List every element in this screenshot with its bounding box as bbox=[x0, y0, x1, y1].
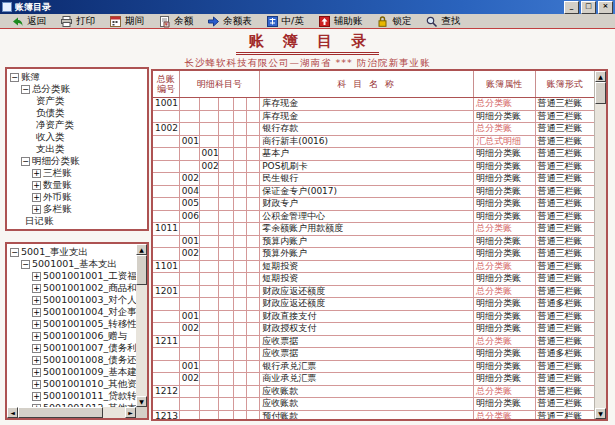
collapse-icon[interactable]: − bbox=[21, 260, 30, 269]
expand-icon[interactable]: + bbox=[32, 368, 41, 377]
collapse-icon[interactable]: − bbox=[10, 248, 19, 257]
tree-item[interactable]: 净资产类 bbox=[7, 119, 147, 131]
toolbar-button-余额[interactable]: ¥余额 bbox=[151, 14, 200, 28]
expand-icon[interactable]: + bbox=[32, 193, 41, 202]
scroll-down-icon[interactable]: ▼ bbox=[595, 408, 606, 419]
restore-button[interactable]: □ bbox=[581, 1, 596, 14]
tree-item[interactable]: +三栏账 bbox=[7, 167, 147, 179]
table-row[interactable]: 002民生银行明细分类账普通三栏账 bbox=[153, 173, 594, 186]
tree-item[interactable]: +5001001007_债务利息支 bbox=[7, 342, 136, 354]
table-row[interactable]: 1002银行存款总分类账普通三栏账 bbox=[153, 123, 594, 136]
expand-icon[interactable]: + bbox=[32, 205, 41, 214]
toolbar-button-期间[interactable]: 期间 bbox=[102, 14, 151, 28]
expand-icon[interactable]: + bbox=[32, 169, 41, 178]
scroll-up-icon[interactable]: ▲ bbox=[595, 71, 606, 82]
toolbar-button-余额表[interactable]: 余额表 bbox=[200, 14, 259, 28]
table-row[interactable]: 1101短期投资总分类账普通三栏账 bbox=[153, 261, 594, 274]
tree-item[interactable]: +5001001011_贷款转贷及 bbox=[7, 390, 136, 402]
expand-icon[interactable]: + bbox=[32, 356, 41, 365]
table-row[interactable]: 1211应收票据总分类账普通三栏账 bbox=[153, 336, 594, 349]
table-row[interactable]: 002预算外账户明细分类账普通三栏账 bbox=[153, 248, 594, 261]
toolbar-button-辅助账[interactable]: 辅助账 bbox=[311, 14, 370, 28]
expand-icon[interactable]: + bbox=[32, 308, 41, 317]
tree-item[interactable]: 资产类 bbox=[7, 95, 147, 107]
expand-icon[interactable]: + bbox=[32, 284, 41, 293]
scroll-up-icon[interactable]: ▲ bbox=[136, 244, 147, 255]
tree-item[interactable]: 日记账 bbox=[7, 215, 147, 227]
tree-item[interactable]: 收入类 bbox=[7, 131, 147, 143]
expand-icon[interactable]: + bbox=[32, 380, 41, 389]
tree-item[interactable]: +5001001009_基本建设支 bbox=[7, 366, 136, 378]
tree-item[interactable]: +5001001006_赠与 bbox=[7, 330, 136, 342]
tree-item-label: 5001001_基本支出 bbox=[32, 258, 117, 270]
table-row[interactable]: 应收票据明细分类账普通多栏账 bbox=[153, 348, 594, 361]
table-row[interactable]: 004保证金专户(0017)明细分类账普通三栏账 bbox=[153, 186, 594, 199]
collapse-icon[interactable]: − bbox=[10, 73, 19, 82]
tree-item[interactable]: +5001001010_其他资本性 bbox=[7, 378, 136, 390]
toolbar-button-锁定[interactable]: 锁定 bbox=[369, 14, 418, 28]
tree-item[interactable]: +5001001001_工资福利支 bbox=[7, 270, 136, 282]
tree-item[interactable]: 支出类 bbox=[7, 143, 147, 155]
table-row[interactable]: 006公积金管理中心明细分类账普通三栏账 bbox=[153, 211, 594, 224]
table-row[interactable]: 1212应收账款总分类账普通三栏账 bbox=[153, 386, 594, 399]
table-row[interactable]: 001商行新丰(0016)汇总式明细普通三栏账 bbox=[153, 136, 594, 149]
scroll-left-icon[interactable]: ◄ bbox=[7, 407, 18, 418]
tree-item[interactable]: +5001001005_转移性支出 bbox=[7, 318, 136, 330]
expand-icon[interactable]: + bbox=[32, 296, 41, 305]
expand-icon[interactable]: + bbox=[32, 272, 41, 281]
tree-item[interactable]: 负债类 bbox=[7, 107, 147, 119]
table-vertical-scrollbar[interactable]: ▲ ▼ bbox=[594, 71, 606, 419]
tree-item[interactable]: −总分类账 bbox=[7, 83, 147, 95]
toolbar-button-中/英[interactable]: 中/英 bbox=[259, 14, 311, 28]
expand-icon[interactable]: + bbox=[32, 320, 41, 329]
table-row[interactable]: 1001库存现金总分类账普通三栏账 bbox=[153, 98, 594, 111]
table-row[interactable]: 001银行承兑汇票明细分类账普通三栏账 bbox=[153, 361, 594, 374]
scrollbar-thumb[interactable] bbox=[18, 407, 103, 418]
toolbar-button-打印[interactable]: 打印 bbox=[53, 14, 102, 28]
table-cell: 普通三栏账 bbox=[536, 211, 594, 223]
table-row[interactable]: 002商业承兑汇票明细分类账普通三栏账 bbox=[153, 373, 594, 386]
collapse-icon[interactable]: − bbox=[21, 157, 30, 166]
expand-icon[interactable]: + bbox=[32, 332, 41, 341]
table-row[interactable]: 001财政直接支付明细分类账普通三栏账 bbox=[153, 311, 594, 324]
scroll-right-icon[interactable]: ► bbox=[125, 407, 136, 418]
table-row[interactable]: 1011零余额账户用款额度总分类账普通三栏账 bbox=[153, 223, 594, 236]
table-row[interactable]: 1201财政应返还额度总分类账普通三栏账 bbox=[153, 286, 594, 299]
expand-icon[interactable]: + bbox=[32, 344, 41, 353]
tree-item[interactable]: +5001001008_债务还本支 bbox=[7, 354, 136, 366]
tree-item[interactable]: +数量账 bbox=[7, 179, 147, 191]
tree-item[interactable]: −5001001_基本支出 bbox=[7, 258, 136, 270]
toolbar-button-查找[interactable]: 查找 bbox=[418, 14, 467, 28]
tree-item[interactable]: −5001_事业支出 bbox=[7, 246, 136, 258]
tree-item-label: 负债类 bbox=[36, 107, 65, 119]
tree-item[interactable]: +5001001004_对企事业单 bbox=[7, 306, 136, 318]
scrollbar-thumb[interactable] bbox=[595, 82, 606, 104]
table-row[interactable]: 002POS机刷卡明细分类账普通三栏账 bbox=[153, 161, 594, 174]
subject-tree-horizontal-scrollbar[interactable]: ◄ ► bbox=[7, 407, 136, 418]
tree-item[interactable]: −账簿 bbox=[7, 71, 147, 83]
minimize-button[interactable]: _ bbox=[564, 1, 579, 14]
table-row[interactable]: 1213预付账款总分类账普通三栏账 bbox=[153, 411, 594, 420]
tree-item[interactable]: +5001001002_商品和服务 bbox=[7, 282, 136, 294]
tree-item[interactable]: +5001001003_对个人和家 bbox=[7, 294, 136, 306]
expand-icon[interactable]: + bbox=[32, 392, 41, 401]
table-row[interactable]: 001基本户明细分类账普通三栏账 bbox=[153, 148, 594, 161]
table-row[interactable]: 001预算内账户明细分类账普通三栏账 bbox=[153, 236, 594, 249]
table-row[interactable]: 应收账款明细分类账普通三栏账 bbox=[153, 398, 594, 411]
table-row[interactable]: 库存现金明细分类账普通三栏账 bbox=[153, 111, 594, 124]
expand-icon[interactable]: + bbox=[32, 181, 41, 190]
table-cell: 总分类账 bbox=[474, 411, 535, 420]
tree-item[interactable]: +多栏账 bbox=[7, 203, 147, 215]
table-row[interactable]: 短期投资明细分类账普通三栏账 bbox=[153, 273, 594, 286]
table-row[interactable]: 002财政授权支付明细分类账普通三栏账 bbox=[153, 323, 594, 336]
collapse-icon[interactable]: − bbox=[21, 85, 30, 94]
subject-tree-vertical-scrollbar[interactable]: ▲ ▼ bbox=[136, 244, 147, 407]
table-row[interactable]: 财政应返还额度明细分类账普通多栏账 bbox=[153, 298, 594, 311]
table-row[interactable]: 005财政专户明细分类账普通三栏账 bbox=[153, 198, 594, 211]
scrollbar-thumb[interactable] bbox=[136, 255, 147, 285]
scroll-down-icon[interactable]: ▼ bbox=[136, 396, 147, 407]
tree-item[interactable]: +外币账 bbox=[7, 191, 147, 203]
toolbar-button-返回[interactable]: 返回 bbox=[4, 14, 53, 28]
tree-item[interactable]: −明细分类账 bbox=[7, 155, 147, 167]
close-button[interactable]: × bbox=[598, 1, 613, 14]
